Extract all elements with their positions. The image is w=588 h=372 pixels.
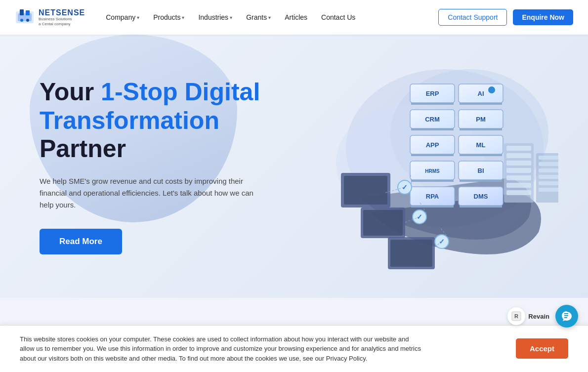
svg-rect-61 <box>506 161 531 165</box>
svg-rect-43 <box>363 210 403 236</box>
accept-button[interactable]: Accept <box>516 338 568 359</box>
chevron-down-icon: ▾ <box>268 15 271 20</box>
revain-icon: R <box>507 307 525 325</box>
logo[interactable]: NETSENSE Business Solutions a Cental com… <box>15 7 85 27</box>
svg-rect-59 <box>506 146 531 151</box>
svg-text:CRM: CRM <box>425 116 440 123</box>
svg-rect-64 <box>506 183 531 188</box>
chat-widget-button[interactable] <box>555 305 578 328</box>
svg-text:BI: BI <box>478 167 484 174</box>
nav-item-contact-us[interactable]: Contact Us <box>315 10 361 24</box>
svg-text:HRMS: HRMS <box>425 168 440 174</box>
bottom-widgets: R Revain <box>507 305 578 328</box>
nav-item-industries[interactable]: Industries ▾ <box>192 10 238 24</box>
chevron-down-icon: ▾ <box>137 15 139 20</box>
svg-rect-68 <box>539 162 558 166</box>
hero-illustration: ERP AI CRM PM APP <box>311 54 558 282</box>
svg-point-4 <box>20 19 23 22</box>
svg-rect-11 <box>411 103 454 105</box>
svg-rect-41 <box>344 176 387 205</box>
logo-text: NETSENSE Business Solutions a Cental com… <box>39 8 85 27</box>
svg-rect-45 <box>390 240 432 267</box>
svg-rect-2 <box>20 9 24 15</box>
logo-subtitle: Business Solutions <box>39 17 85 22</box>
hero-title-highlight2: Transformation <box>40 107 219 134</box>
nav-label-industries: Industries <box>198 13 228 21</box>
hero-content: Your 1-Stop Digital Transformation Partn… <box>0 48 306 284</box>
svg-rect-65 <box>506 190 531 195</box>
svg-rect-71 <box>539 181 558 185</box>
svg-text:APP: APP <box>426 141 439 149</box>
nav-label-grants: Grants <box>246 13 267 21</box>
svg-rect-24 <box>411 154 454 156</box>
chevron-down-icon: ▾ <box>230 15 232 20</box>
svg-rect-27 <box>460 154 502 156</box>
svg-point-15 <box>488 86 495 93</box>
nav-item-company[interactable]: Company ▾ <box>100 10 145 24</box>
nav-label-company: Company <box>106 13 135 21</box>
logo-brand: NETSENSE <box>39 8 85 17</box>
revain-logo-icon: R <box>511 311 521 321</box>
revain-widget: R Revain <box>507 307 549 325</box>
hero-section: Your 1-Stop Digital Transformation Partn… <box>0 35 588 298</box>
svg-point-5 <box>26 19 29 22</box>
svg-text:ERP: ERP <box>426 90 439 97</box>
logo-sub2: a Cental company <box>39 22 85 27</box>
svg-text:RPA: RPA <box>426 193 439 200</box>
nav-label-contact-us: Contact Us <box>321 13 355 21</box>
logo-icon <box>15 7 35 27</box>
chevron-down-icon: ▾ <box>182 15 184 20</box>
enquire-now-button[interactable]: Enquire Now <box>513 9 573 25</box>
svg-rect-62 <box>506 168 531 173</box>
svg-rect-72 <box>539 188 558 192</box>
contact-support-button[interactable]: Contact Support <box>438 9 507 26</box>
nav-label-products: Products <box>153 13 180 21</box>
svg-rect-3 <box>26 10 30 15</box>
svg-text:ML: ML <box>476 141 486 149</box>
svg-rect-36 <box>411 206 454 207</box>
cookie-text: This website stores cookies on your comp… <box>20 334 425 364</box>
svg-rect-63 <box>506 175 531 180</box>
hero-title-partner: Partner <box>40 135 126 163</box>
svg-rect-69 <box>539 168 558 172</box>
hero-title-your: Your <box>40 78 101 106</box>
svg-rect-30 <box>411 180 454 182</box>
nav-links: Company ▾ Products ▾ Industries ▾ Grants… <box>100 10 438 24</box>
hero-title: Your 1-Stop Digital Transformation Partn… <box>40 78 277 164</box>
svg-rect-39 <box>460 206 502 207</box>
cookie-banner: This website stores cookies on your comp… <box>0 325 588 372</box>
nav-label-articles: Articles <box>285 13 307 21</box>
svg-rect-67 <box>539 156 558 160</box>
hero-illustration-svg: ERP AI CRM PM APP <box>311 54 558 282</box>
svg-rect-18 <box>411 128 454 130</box>
svg-rect-33 <box>460 180 502 182</box>
navbar: NETSENSE Business Solutions a Cental com… <box>0 0 588 35</box>
hero-description: We help SME's grow revenue and cut costs… <box>40 175 267 211</box>
nav-item-articles[interactable]: Articles <box>279 10 313 24</box>
read-more-button[interactable]: Read More <box>40 229 122 254</box>
nav-item-grants[interactable]: Grants ▾ <box>240 10 277 24</box>
svg-text:PM: PM <box>476 116 486 123</box>
nav-item-products[interactable]: Products ▾ <box>147 10 190 24</box>
svg-text:AI: AI <box>478 90 484 97</box>
svg-rect-21 <box>460 128 502 130</box>
svg-text:R: R <box>514 313 518 319</box>
svg-rect-14 <box>460 103 502 105</box>
nav-actions: Contact Support Enquire Now <box>438 9 573 26</box>
svg-rect-60 <box>506 153 531 158</box>
svg-text:DMS: DMS <box>474 193 488 200</box>
chat-icon <box>561 310 573 322</box>
svg-rect-70 <box>539 175 558 179</box>
revain-label: Revain <box>528 313 549 320</box>
hero-title-highlight1: 1-Stop Digital <box>101 78 260 106</box>
